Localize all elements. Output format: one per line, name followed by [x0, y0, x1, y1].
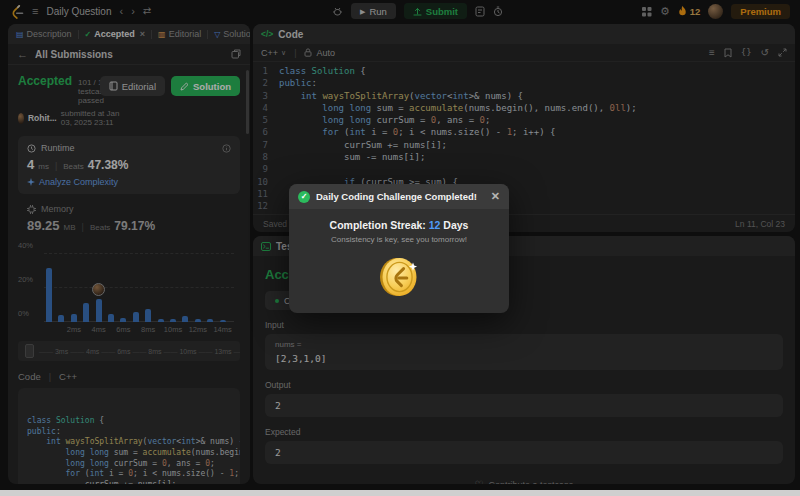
- leetcoin-icon: [376, 253, 422, 301]
- close-icon[interactable]: ✕: [491, 191, 500, 202]
- daily-challenge-modal: ✓ Daily Coding Challenge Completed! ✕ Co…: [289, 184, 509, 313]
- streak-label: Completion Streak:: [330, 219, 426, 231]
- check-circle-icon: ✓: [298, 191, 310, 203]
- modal-title: Daily Coding Challenge Completed!: [316, 191, 477, 202]
- streak-value: 12: [429, 219, 441, 231]
- bottom-strip: [0, 490, 800, 496]
- modal-header: ✓ Daily Coding Challenge Completed! ✕: [289, 184, 509, 209]
- modal-subtitle: Consistency is key, see you tomorrow!: [299, 235, 499, 244]
- streak-unit: Days: [443, 219, 468, 231]
- modal-body: Completion Streak: 12 Days Consistency i…: [289, 209, 509, 313]
